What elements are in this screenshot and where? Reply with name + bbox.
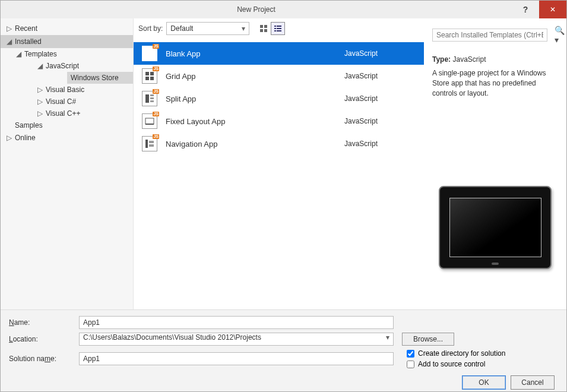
type-label: Type: [432,55,451,64]
svg-rect-3 [264,29,267,32]
tree-windows-store[interactable]: Windows Store [67,72,133,84]
search-input[interactable] [432,29,547,42]
template-split-app[interactable]: JS Split App JavaScript [134,87,424,110]
type-value: JavaScript [452,55,486,64]
template-navigation-app[interactable]: JS Navigation App JavaScript [134,132,424,155]
svg-rect-16 [150,97,154,99]
svg-rect-2 [260,29,263,32]
template-blank-app[interactable]: JS Blank App JavaScript [134,42,424,65]
category-tree: ▷Recent ◢Installed ◢Templates ◢JavaScrip… [1,18,134,309]
svg-rect-14 [145,94,149,103]
split-app-icon: JS [142,91,157,106]
list-icon [274,24,282,33]
view-grid-button[interactable] [256,22,271,35]
window-title: New Project [1,5,512,14]
svg-rect-11 [150,72,154,75]
tree-recent[interactable]: ▷Recent [1,22,133,35]
location-input[interactable]: C:\Users\Balazs\Documents\Visual Studio … [79,333,394,346]
svg-rect-18 [145,118,154,124]
help-button[interactable]: ? [512,1,539,18]
tree-installed[interactable]: ◢Installed [1,35,133,48]
svg-rect-4 [274,26,276,27]
grid-icon [259,24,268,33]
name-label: Name: [9,318,74,327]
search-icon[interactable]: 🔍▾ [551,26,567,45]
solution-name-input[interactable] [79,352,394,365]
template-fixed-layout-app[interactable]: JS Fixed Layout App JavaScript [134,110,424,132]
svg-rect-13 [150,77,154,80]
svg-rect-21 [149,141,154,143]
svg-rect-12 [145,77,149,80]
location-label: Location: [9,335,74,343]
svg-rect-22 [149,144,154,147]
info-panel: 🔍▾ Type: JavaScript A single-page projec… [424,18,566,309]
cancel-button[interactable]: Cancel [511,375,555,390]
template-list: JS Blank App JavaScript JS Grid App Java… [134,39,424,309]
toolbar: Sort by: Default [134,18,424,39]
tree-visual-basic[interactable]: ▷Visual Basic [33,84,133,96]
svg-rect-15 [150,94,154,96]
svg-rect-17 [150,100,154,102]
titlebar: New Project ? ✕ [1,1,566,18]
view-list-button[interactable] [271,22,285,35]
svg-rect-8 [274,30,276,31]
svg-rect-1 [264,25,267,28]
svg-rect-20 [145,140,148,148]
fixed-layout-icon: JS [142,113,157,129]
tree-visual-cpp[interactable]: ▷Visual C++ [33,108,133,119]
create-directory-checkbox[interactable]: Create directory for solution [407,349,505,358]
svg-rect-10 [145,72,149,75]
sort-by-label: Sort by: [138,24,163,33]
bottom-form: Name: Location: C:\Users\Balazs\Document… [1,309,566,392]
tree-online[interactable]: ▷Online [1,131,133,144]
svg-rect-9 [277,30,281,31]
close-button[interactable]: ✕ [539,1,566,18]
blank-app-icon: JS [142,46,157,61]
ok-button[interactable]: OK [462,375,506,390]
svg-rect-6 [274,28,276,29]
solution-name-label: Solution name: [9,355,74,363]
svg-rect-0 [260,25,263,28]
template-preview [432,186,558,269]
tree-javascript[interactable]: ◢JavaScript [33,60,133,72]
add-source-control-checkbox[interactable]: Add to source control [407,360,505,368]
tree-templates[interactable]: ◢Templates [11,48,133,60]
grid-app-icon: JS [142,68,157,84]
svg-rect-7 [277,28,281,29]
template-description: A single-page project for a Windows Stor… [432,68,558,98]
name-input[interactable] [79,316,394,329]
sort-by-select[interactable]: Default [166,22,249,35]
browse-button[interactable]: Browse... [402,333,454,346]
tree-visual-csharp[interactable]: ▷Visual C# [33,96,133,108]
navigation-app-icon: JS [142,136,157,151]
tree-samples[interactable]: Samples [11,119,133,131]
svg-rect-5 [277,26,281,27]
template-grid-app[interactable]: JS Grid App JavaScript [134,65,424,87]
